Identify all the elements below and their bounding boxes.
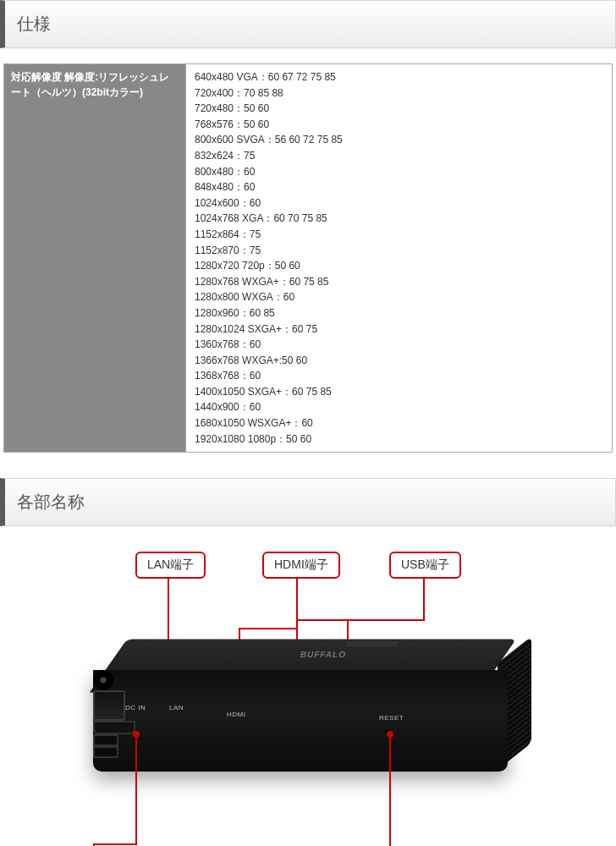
dc-port-icon (93, 670, 113, 690)
callout-lan: LAN端子 (135, 552, 206, 579)
pointer-line (423, 577, 425, 619)
section-title: 各部名称 (17, 492, 85, 511)
pointer-line (389, 733, 391, 846)
usb-port-icon (93, 734, 118, 746)
pointer-line (135, 733, 137, 843)
device-front: DC IN LAN HDMI RESET (93, 670, 508, 772)
section-header-parts: 各部名称 (0, 478, 616, 526)
lan-port-icon (93, 690, 125, 721)
port-label-dcin: DC IN (125, 704, 146, 711)
port-label-lan: LAN (169, 704, 184, 711)
pointer-line (239, 628, 298, 629)
section-header-spec: 仕様 (0, 0, 616, 48)
led-strip (345, 641, 399, 646)
spec-table: 対応解像度 解像度:リフレッシュレート（ヘルツ）(32bitカラー) 640x4… (3, 63, 613, 453)
parts-diagram: LAN端子 HDMI端子 USB端子 BUFFALO DC IN LAN HDM… (0, 543, 609, 846)
hdmi-port-icon (93, 721, 135, 734)
section-title: 仕様 (17, 14, 51, 33)
spec-label: 対応解像度 解像度:リフレッシュレート（ヘルツ）(32bitカラー) (4, 64, 186, 452)
device-illustration: BUFFALO DC IN LAN HDMI RESET (93, 670, 508, 772)
port-label-hdmi: HDMI (227, 711, 245, 718)
usb-port-icon (93, 746, 118, 758)
callout-usb: USB端子 (389, 552, 461, 579)
pointer-line (296, 619, 425, 621)
callout-hdmi: HDMI端子 (262, 552, 340, 579)
spec-value: 640x480 VGA：60 67 72 75 85 720x400：70 85… (186, 64, 612, 452)
device-brand: BUFFALO (300, 650, 348, 659)
port-label-reset: RESET (379, 714, 404, 722)
pointer-line (93, 843, 137, 845)
